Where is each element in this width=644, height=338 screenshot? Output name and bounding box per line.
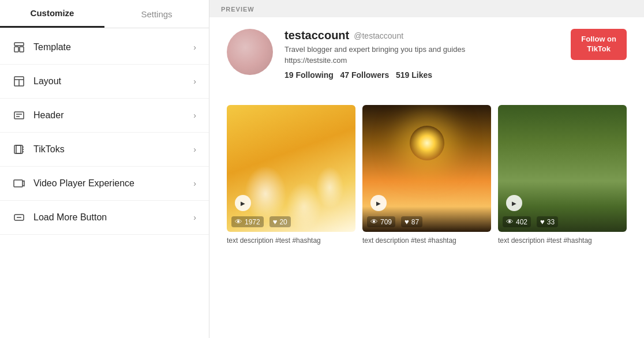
likes-count-2: 87 [411,218,419,226]
video-card-1[interactable]: ▶ 👁 1972 ♥ 20 text description #test #ha… [227,105,355,246]
likes-count-1: 20 [279,218,287,226]
menu-item-header[interactable]: Header › [0,99,209,133]
profile-handle: @testaccount [354,31,403,40]
likes-count-3: 33 [547,218,555,226]
video-stats-3: 👁 402 ♥ 33 [503,216,622,227]
tab-settings[interactable]: Settings [104,0,209,28]
views-stat-3: 👁 402 [503,216,531,227]
video-desc-2: text description #test #hashtag [362,236,491,246]
menu-item-tiktoks[interactable]: TikToks › [0,133,209,167]
layout-label: Layout [33,76,193,87]
load-more-icon [13,211,25,224]
layout-icon [13,75,25,88]
svg-rect-6 [14,112,24,119]
video-thumbnail-3: ▶ 👁 402 ♥ 33 [498,105,627,232]
tiktoks-chevron: › [193,145,196,154]
follow-tiktok-button[interactable]: Follow onTikTok [571,29,627,60]
followers-label: Followers [351,70,389,80]
video-thumbnail-1: ▶ 👁 1972 ♥ 20 [227,105,355,232]
heart-icon-3: ♥ [540,217,545,226]
video-thumbnail-2: ▶ 👁 709 ♥ 87 [362,105,491,232]
layout-chevron: › [193,77,196,86]
preview-label: PREVIEW [209,0,644,17]
eye-icon-1: 👁 [235,217,242,226]
template-icon [13,41,25,54]
following-label: Following [295,70,333,80]
video-player-label: Video Player Experience [33,178,193,189]
avatar [227,29,273,75]
load-more-chevron: › [193,213,196,222]
menu-item-template[interactable]: Template › [0,31,209,65]
profile-info: testaccount @testaccount Travel blogger … [284,29,571,80]
template-label: Template [33,42,193,52]
video-stats-1: 👁 1972 ♥ 20 [231,216,351,227]
svg-rect-10 [16,145,21,153]
template-chevron: › [193,43,196,52]
menu-item-load-more[interactable]: Load More Button › [0,201,209,235]
likes-stat-2: ♥ 87 [401,216,422,227]
video-desc-3: text description #test #hashtag [498,236,627,246]
left-panel: Customize Settings Template › [0,0,209,338]
video-player-icon [13,177,25,190]
eye-icon-3: 👁 [506,217,514,226]
tiktoks-label: TikToks [33,144,193,155]
profile-name-row: testaccount @testaccount [284,29,571,42]
profile-bio: Travel blogger and expert bringing you t… [284,44,571,55]
menu-item-video-player[interactable]: Video Player Experience › [0,167,209,201]
svg-rect-1 [14,47,18,52]
play-button-2[interactable]: ▶ [370,195,387,211]
tiktoks-icon [13,143,25,156]
video-player-chevron: › [193,179,196,188]
sun-overlay [410,126,444,160]
menu-item-layout[interactable]: Layout › [0,65,209,99]
views-count-3: 402 [516,218,527,226]
right-panel: PREVIEW testaccount @testaccount Travel … [209,0,644,338]
profile-section: testaccount @testaccount Travel blogger … [227,29,627,91]
likes-label: Likes [411,70,432,80]
header-chevron: › [193,111,196,120]
svg-rect-2 [20,47,24,52]
profile-stats: 19 Following 47 Followers 519 Likes [284,70,571,80]
tab-customize[interactable]: Customize [0,0,104,28]
eye-icon-2: 👁 [370,217,378,226]
svg-rect-14 [14,180,23,187]
video-card-2[interactable]: ▶ 👁 709 ♥ 87 text description #test #has… [362,105,491,246]
profile-url: https://testsite.com [284,56,571,65]
menu-list: Template › Layout › [0,28,209,237]
video-card-3[interactable]: ▶ 👁 402 ♥ 33 text description #test #has… [498,105,627,246]
video-stats-2: 👁 709 ♥ 87 [367,216,486,227]
followers-count: 47 [340,70,349,80]
heart-icon-1: ♥ [273,217,278,226]
svg-rect-9 [14,145,23,153]
svg-rect-0 [14,43,24,46]
following-count: 19 [284,70,294,80]
videos-grid: ▶ 👁 1972 ♥ 20 text description #test #ha… [227,105,627,246]
views-stat-1: 👁 1972 [231,216,264,227]
header-label: Header [33,110,193,121]
heart-icon-2: ♥ [405,217,409,226]
views-stat-2: 👁 709 [367,216,395,227]
flower-overlay [227,105,355,232]
video-desc-1: text description #test #hashtag [227,236,355,246]
likes-count: 519 [396,70,409,80]
likes-stat-1: ♥ 20 [269,216,291,227]
play-button-1[interactable]: ▶ [235,195,251,211]
views-count-2: 709 [380,218,392,226]
likes-stat-3: ♥ 33 [537,216,558,227]
play-button-3[interactable]: ▶ [506,195,522,211]
preview-content: testaccount @testaccount Travel blogger … [209,17,644,338]
profile-name: testaccount [284,29,349,42]
views-count-1: 1972 [245,218,260,226]
load-more-label: Load More Button [33,212,193,223]
tab-bar: Customize Settings [0,0,209,28]
header-icon [13,109,25,122]
